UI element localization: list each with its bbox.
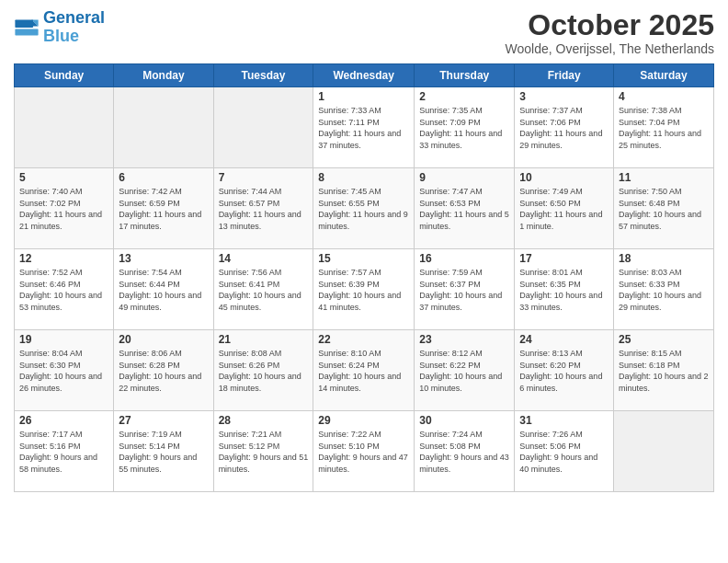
header: General Blue October 2025 Woolde, Overij…	[14, 9, 714, 56]
calendar-cell: 25Sunrise: 8:15 AM Sunset: 6:18 PM Dayli…	[614, 330, 714, 411]
day-info: Sunrise: 8:10 AM Sunset: 6:24 PM Dayligh…	[318, 348, 409, 394]
calendar-cell: 21Sunrise: 8:08 AM Sunset: 6:26 PM Dayli…	[213, 330, 313, 411]
day-info: Sunrise: 8:13 AM Sunset: 6:20 PM Dayligh…	[519, 348, 609, 394]
calendar-cell: 20Sunrise: 8:06 AM Sunset: 6:28 PM Dayli…	[114, 330, 213, 411]
day-info: Sunrise: 8:08 AM Sunset: 6:26 PM Dayligh…	[219, 348, 309, 394]
calendar-cell	[15, 87, 114, 168]
day-number: 17	[519, 252, 609, 265]
day-number: 15	[318, 252, 409, 265]
day-number: 24	[519, 333, 609, 346]
day-info: Sunrise: 7:21 AM Sunset: 5:12 PM Dayligh…	[219, 429, 309, 475]
day-info: Sunrise: 7:37 AM Sunset: 7:06 PM Dayligh…	[519, 105, 609, 151]
weekday-tuesday: Tuesday	[213, 64, 313, 87]
logo-line2: Blue	[43, 27, 79, 45]
day-number: 14	[219, 252, 309, 265]
calendar-cell: 10Sunrise: 7:49 AM Sunset: 6:50 PM Dayli…	[515, 168, 614, 249]
svg-rect-4	[15, 29, 38, 35]
calendar-cell: 11Sunrise: 7:50 AM Sunset: 6:48 PM Dayli…	[614, 168, 714, 249]
day-info: Sunrise: 7:50 AM Sunset: 6:48 PM Dayligh…	[619, 186, 709, 232]
location: Woolde, Overijssel, The Netherlands	[506, 41, 714, 56]
day-number: 4	[619, 90, 709, 103]
calendar-cell: 27Sunrise: 7:19 AM Sunset: 5:14 PM Dayli…	[114, 411, 213, 492]
weekday-wednesday: Wednesday	[313, 64, 415, 87]
calendar-cell: 31Sunrise: 7:26 AM Sunset: 5:06 PM Dayli…	[515, 411, 614, 492]
day-number: 10	[519, 171, 609, 184]
weekday-saturday: Saturday	[614, 64, 714, 87]
calendar-cell	[213, 87, 313, 168]
day-number: 3	[519, 90, 609, 103]
day-number: 16	[419, 252, 509, 265]
logo: General Blue	[14, 9, 105, 46]
day-number: 31	[519, 414, 609, 427]
calendar-week-2: 5Sunrise: 7:40 AM Sunset: 7:02 PM Daylig…	[15, 168, 714, 249]
day-info: Sunrise: 8:06 AM Sunset: 6:28 PM Dayligh…	[119, 348, 208, 394]
day-info: Sunrise: 7:19 AM Sunset: 5:14 PM Dayligh…	[119, 429, 208, 475]
title-block: October 2025 Woolde, Overijssel, The Net…	[506, 9, 714, 56]
calendar-cell: 24Sunrise: 8:13 AM Sunset: 6:20 PM Dayli…	[515, 330, 614, 411]
weekday-monday: Monday	[114, 64, 213, 87]
day-info: Sunrise: 7:45 AM Sunset: 6:55 PM Dayligh…	[318, 186, 409, 232]
day-info: Sunrise: 7:57 AM Sunset: 6:39 PM Dayligh…	[318, 267, 409, 313]
calendar-cell: 17Sunrise: 8:01 AM Sunset: 6:35 PM Dayli…	[515, 249, 614, 330]
day-number: 12	[19, 252, 108, 265]
svg-rect-3	[15, 19, 33, 27]
day-info: Sunrise: 7:54 AM Sunset: 6:44 PM Dayligh…	[119, 267, 208, 313]
day-number: 6	[119, 171, 208, 184]
calendar-cell: 3Sunrise: 7:37 AM Sunset: 7:06 PM Daylig…	[515, 87, 614, 168]
day-number: 1	[318, 90, 409, 103]
calendar-cell	[614, 411, 714, 492]
day-info: Sunrise: 7:33 AM Sunset: 7:11 PM Dayligh…	[318, 105, 409, 151]
day-info: Sunrise: 7:35 AM Sunset: 7:09 PM Dayligh…	[419, 105, 509, 151]
day-info: Sunrise: 7:17 AM Sunset: 5:16 PM Dayligh…	[19, 429, 108, 475]
calendar-cell: 9Sunrise: 7:47 AM Sunset: 6:53 PM Daylig…	[415, 168, 515, 249]
day-number: 23	[419, 333, 509, 346]
calendar-week-5: 26Sunrise: 7:17 AM Sunset: 5:16 PM Dayli…	[15, 411, 714, 492]
day-number: 9	[419, 171, 509, 184]
calendar-week-4: 19Sunrise: 8:04 AM Sunset: 6:30 PM Dayli…	[15, 330, 714, 411]
calendar-week-3: 12Sunrise: 7:52 AM Sunset: 6:46 PM Dayli…	[15, 249, 714, 330]
calendar-cell: 13Sunrise: 7:54 AM Sunset: 6:44 PM Dayli…	[114, 249, 213, 330]
day-number: 19	[19, 333, 108, 346]
day-number: 27	[119, 414, 208, 427]
calendar-cell: 4Sunrise: 7:38 AM Sunset: 7:04 PM Daylig…	[614, 87, 714, 168]
day-number: 11	[619, 171, 709, 184]
day-number: 21	[219, 333, 309, 346]
day-number: 13	[119, 252, 208, 265]
logo-text: General Blue	[43, 9, 105, 46]
day-info: Sunrise: 7:40 AM Sunset: 7:02 PM Dayligh…	[19, 186, 108, 232]
day-number: 8	[318, 171, 409, 184]
page: General Blue October 2025 Woolde, Overij…	[0, 0, 728, 501]
weekday-sunday: Sunday	[15, 64, 114, 87]
day-number: 7	[219, 171, 309, 184]
day-number: 25	[619, 333, 709, 346]
calendar-cell: 26Sunrise: 7:17 AM Sunset: 5:16 PM Dayli…	[15, 411, 114, 492]
day-info: Sunrise: 7:44 AM Sunset: 6:57 PM Dayligh…	[219, 186, 309, 232]
day-info: Sunrise: 8:03 AM Sunset: 6:33 PM Dayligh…	[619, 267, 709, 313]
calendar-cell: 28Sunrise: 7:21 AM Sunset: 5:12 PM Dayli…	[213, 411, 313, 492]
calendar-cell: 5Sunrise: 7:40 AM Sunset: 7:02 PM Daylig…	[15, 168, 114, 249]
calendar-cell: 6Sunrise: 7:42 AM Sunset: 6:59 PM Daylig…	[114, 168, 213, 249]
day-number: 5	[19, 171, 108, 184]
day-info: Sunrise: 7:38 AM Sunset: 7:04 PM Dayligh…	[619, 105, 709, 151]
day-number: 29	[318, 414, 409, 427]
calendar-table: Sunday Monday Tuesday Wednesday Thursday…	[14, 63, 714, 492]
calendar-cell: 30Sunrise: 7:24 AM Sunset: 5:08 PM Dayli…	[415, 411, 515, 492]
day-number: 26	[19, 414, 108, 427]
logo-icon	[14, 15, 40, 40]
day-info: Sunrise: 8:04 AM Sunset: 6:30 PM Dayligh…	[19, 348, 108, 394]
day-info: Sunrise: 7:52 AM Sunset: 6:46 PM Dayligh…	[19, 267, 108, 313]
calendar-cell: 7Sunrise: 7:44 AM Sunset: 6:57 PM Daylig…	[213, 168, 313, 249]
calendar-cell: 12Sunrise: 7:52 AM Sunset: 6:46 PM Dayli…	[15, 249, 114, 330]
day-info: Sunrise: 7:47 AM Sunset: 6:53 PM Dayligh…	[419, 186, 509, 232]
calendar-cell: 22Sunrise: 8:10 AM Sunset: 6:24 PM Dayli…	[313, 330, 415, 411]
day-number: 30	[419, 414, 509, 427]
day-info: Sunrise: 7:22 AM Sunset: 5:10 PM Dayligh…	[318, 429, 409, 475]
weekday-thursday: Thursday	[415, 64, 515, 87]
day-info: Sunrise: 8:12 AM Sunset: 6:22 PM Dayligh…	[419, 348, 509, 394]
day-info: Sunrise: 8:01 AM Sunset: 6:35 PM Dayligh…	[519, 267, 609, 313]
day-info: Sunrise: 7:59 AM Sunset: 6:37 PM Dayligh…	[419, 267, 509, 313]
calendar-cell: 8Sunrise: 7:45 AM Sunset: 6:55 PM Daylig…	[313, 168, 415, 249]
calendar-cell: 15Sunrise: 7:57 AM Sunset: 6:39 PM Dayli…	[313, 249, 415, 330]
calendar-cell	[114, 87, 213, 168]
day-info: Sunrise: 7:49 AM Sunset: 6:50 PM Dayligh…	[519, 186, 609, 232]
